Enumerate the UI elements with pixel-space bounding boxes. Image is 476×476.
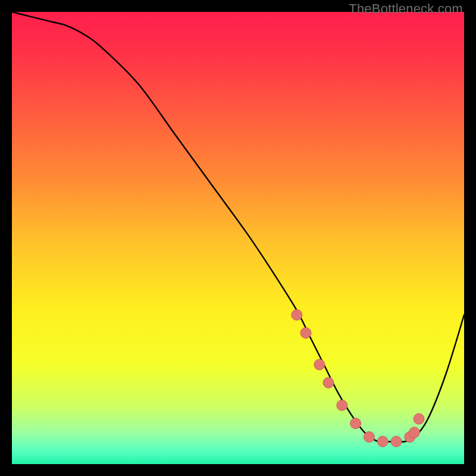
- marker-point: [323, 377, 334, 388]
- plot-area: [12, 12, 464, 464]
- marker-point: [414, 414, 424, 424]
- highlight-markers: [292, 309, 424, 447]
- marker-point: [350, 418, 361, 429]
- marker-point: [300, 328, 311, 339]
- marker-point: [292, 309, 302, 320]
- chart-frame: TheBottleneck.com: [0, 0, 476, 476]
- marker-point: [314, 359, 325, 370]
- marker-point: [364, 431, 374, 442]
- chart-svg: [12, 12, 464, 464]
- bottleneck-curve: [12, 12, 464, 442]
- marker-point: [377, 436, 388, 447]
- marker-point: [337, 400, 347, 411]
- watermark-label: TheBottleneck.com: [349, 1, 463, 17]
- marker-point: [409, 427, 419, 438]
- marker-point: [391, 436, 402, 447]
